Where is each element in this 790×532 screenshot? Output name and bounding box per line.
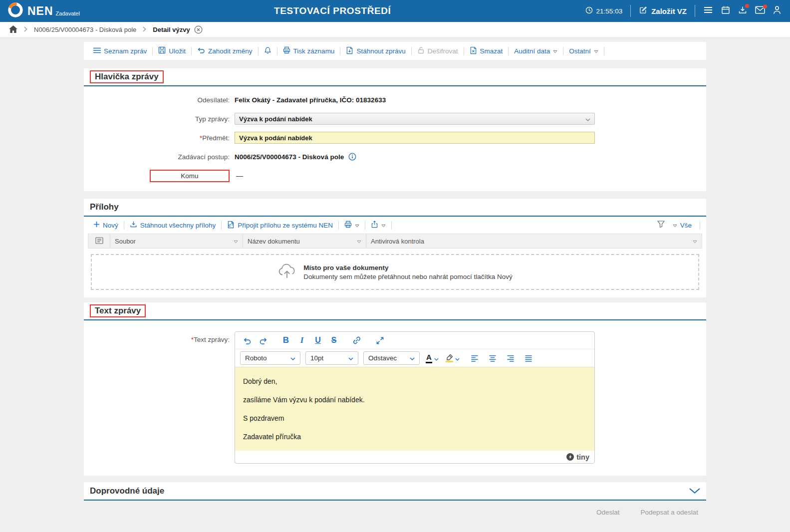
filter-all-button[interactable]: Vše: [671, 222, 694, 229]
funnel-icon: [657, 221, 665, 230]
highlight-color-button[interactable]: [445, 354, 461, 363]
editor-bold-button[interactable]: B: [279, 334, 293, 347]
align-center-icon[interactable]: [486, 352, 500, 365]
rich-text-editor: B I U S Roboto: [235, 331, 595, 464]
editor-undo-button[interactable]: [240, 334, 254, 347]
block-format-select[interactable]: Odstavec: [363, 351, 420, 365]
decrypt-button[interactable]: Dešifrovat: [412, 46, 464, 55]
cloud-upload-icon: [277, 264, 296, 280]
filter-button[interactable]: [657, 221, 665, 230]
align-left-icon[interactable]: [468, 352, 482, 365]
breadcrumb-item-procedure[interactable]: N006/25/V00004673 - Disková pole: [34, 26, 136, 33]
brand-name: NEN: [27, 5, 53, 17]
send-button[interactable]: Odeslat: [596, 509, 620, 516]
column-chooser-button[interactable]: [88, 234, 110, 248]
messages-button[interactable]: [755, 6, 765, 16]
column-chooser-icon: [95, 237, 103, 246]
download-message-button[interactable]: Stáhnout zprávu: [340, 46, 411, 56]
dropzone-title: Místo pro vaše dokumenty: [303, 264, 513, 271]
message-text-editable-area[interactable]: Dobrý den, zasíláme Vám výzvu k podání n…: [235, 367, 594, 451]
editor-toolbar-row1: B I U S: [235, 332, 594, 349]
message-list-button[interactable]: Seznam zpráv: [88, 47, 152, 55]
text-color-button[interactable]: A: [425, 353, 440, 363]
sign-and-send-button[interactable]: Podepsat a odeslat: [640, 509, 698, 516]
undo-icon: [197, 47, 205, 55]
zadavaci-postup-value: N006/25/V00004673 - Disková pole: [235, 153, 344, 161]
caret-down-icon: [553, 47, 557, 55]
font-family-select[interactable]: Roboto: [240, 351, 300, 365]
unlock-icon: [417, 46, 425, 55]
typ-zpravy-label: Typ zprávy:: [84, 115, 230, 123]
save-icon: [158, 46, 166, 55]
typ-zpravy-select[interactable]: Výzva k podání nabídek: [235, 113, 595, 125]
notifications-bell-button[interactable]: [259, 46, 277, 56]
footer-actions: Odeslat Podepsat a odeslat: [84, 501, 706, 516]
record-toolbar: Seznam zpráv Uložit Zahodit změny Tisk z…: [84, 42, 706, 60]
section-attachments: Přílohy Nový Stáhnout všechny přílohy Př…: [84, 199, 706, 297]
font-size-select[interactable]: 10pt: [305, 351, 358, 365]
download-tray-icon: [130, 221, 137, 230]
message-line: zasíláme Vám výzvu k podání nabídek.: [243, 391, 586, 409]
save-button[interactable]: Uložit: [153, 46, 191, 55]
plus-icon: [93, 221, 100, 229]
section-title-text-zpravy: Text zprávy: [90, 304, 146, 317]
text-zpravy-label: *Text zprávy:: [84, 331, 230, 343]
chevron-down-icon: [585, 115, 590, 123]
nen-logo[interactable]: NEN Zadavatel: [7, 1, 80, 20]
other-actions-button[interactable]: Ostatní: [563, 47, 604, 55]
close-tab-button[interactable]: [194, 25, 203, 34]
toolbar-separator: [604, 47, 604, 55]
expand-section-button[interactable]: [689, 487, 700, 496]
attachments-grid-header: Soubor Název dokumentu Antivirová kontro…: [88, 234, 702, 248]
printer-icon: [283, 46, 290, 55]
discard-changes-button[interactable]: Zahodit změny: [192, 47, 258, 55]
export-attachments-button[interactable]: [365, 221, 391, 230]
clock-icon: [585, 6, 593, 15]
delete-button[interactable]: Smazat: [464, 46, 509, 56]
editor-underline-button[interactable]: U: [311, 334, 325, 347]
new-attachment-button[interactable]: Nový: [88, 221, 124, 229]
caret-down-icon: [693, 238, 697, 245]
editor-italic-button[interactable]: I: [295, 334, 309, 347]
komu-label: Komu: [150, 170, 230, 182]
breadcrumb: N006/25/V00004673 - Disková pole Detail …: [0, 22, 790, 37]
attach-from-nen-button[interactable]: Připojit přílohu ze systému NEN: [222, 221, 338, 230]
info-icon[interactable]: [348, 153, 356, 161]
column-header-antivirova-kontrola[interactable]: Antivirová kontrola: [366, 234, 702, 248]
tiny-logo[interactable]: [566, 453, 574, 461]
menu-button[interactable]: [703, 6, 713, 16]
printer-icon: [344, 221, 352, 230]
editor-strikethrough-button[interactable]: S: [327, 334, 341, 347]
audit-data-button[interactable]: Auditní data: [509, 47, 563, 55]
print-attachments-button[interactable]: [339, 221, 365, 230]
align-justify-icon[interactable]: [522, 352, 535, 365]
delete-doc-icon: [470, 46, 477, 56]
dropzone-subtitle: Dokumenty sem můžete přetáhnout nebo nah…: [303, 273, 513, 280]
download-all-attachments-button[interactable]: Stáhnout všechny přílohy: [124, 221, 222, 230]
breadcrumb-chevron-icon: [143, 26, 146, 33]
form-row-typ-zpravy: Typ zprávy: Výzva k podání nabídek: [84, 109, 706, 128]
section-title-doprovodne-udaje: Doprovodné údaje: [90, 486, 164, 496]
export-icon: [371, 221, 378, 230]
breadcrumb-item-current: Detail výzvy: [153, 25, 202, 34]
editor-link-button[interactable]: [350, 334, 364, 347]
documents-dropzone[interactable]: Místo pro vaše dokumenty Dokumenty sem m…: [91, 254, 699, 290]
align-right-icon[interactable]: [504, 352, 518, 365]
calendar-button[interactable]: [721, 5, 730, 16]
predmet-input[interactable]: [235, 132, 595, 144]
clock-time: 21:55:03: [596, 7, 623, 15]
menu-icon: [703, 6, 713, 16]
editor-fullscreen-button[interactable]: [373, 334, 387, 347]
print-record-button[interactable]: Tisk záznamu: [277, 46, 340, 55]
home-button[interactable]: [9, 25, 17, 34]
column-header-soubor[interactable]: Soubor: [110, 234, 243, 248]
bell-icon: [264, 46, 271, 56]
downloads-button[interactable]: [738, 5, 747, 16]
editor-redo-button[interactable]: [256, 334, 270, 347]
column-header-nazev-dokumentu[interactable]: Název dokumentu: [243, 234, 366, 248]
chevron-down-icon: [689, 487, 700, 496]
breadcrumb-chevron-icon: [24, 26, 27, 33]
user-button[interactable]: [773, 5, 781, 16]
user-icon: [773, 5, 781, 16]
create-vz-button[interactable]: Založit VZ: [639, 6, 687, 16]
